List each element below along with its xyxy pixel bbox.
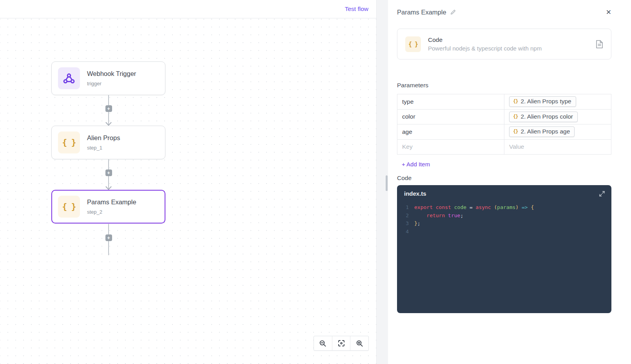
table-row: age {} 2. Alien Props age <box>397 124 611 140</box>
node-subtitle: step_2 <box>87 209 136 215</box>
add-step-button[interactable]: + <box>105 105 112 112</box>
value-input[interactable] <box>509 143 606 150</box>
canvas-zoom-toolbar <box>314 336 369 351</box>
code-line: return true; <box>414 212 611 220</box>
node-subtitle: step_1 <box>87 145 120 151</box>
block-subtitle: Powerful nodejs & typescript code with n… <box>428 45 542 52</box>
param-value-cell <box>504 140 611 155</box>
block-title: Code <box>428 36 542 43</box>
node-subtitle: trigger <box>87 81 136 86</box>
editor-body[interactable]: 1234 export const code = async (params) … <box>397 204 611 236</box>
braces-icon: { } <box>58 132 80 153</box>
canvas-topbar: Test flow <box>0 0 376 18</box>
token-label: 2. Alien Props age <box>520 128 570 135</box>
code-line: }; <box>414 220 611 228</box>
app-root: Test flow Webhook Trigger t <box>0 0 631 364</box>
resize-handle-icon[interactable] <box>386 175 388 191</box>
step-settings-panel: Params Example ✕ { } Code Powerful nodej… <box>388 0 631 364</box>
zoom-in-icon <box>355 339 364 348</box>
braces-icon: { } <box>405 36 421 52</box>
add-step-button[interactable]: + <box>105 234 112 241</box>
close-panel-button[interactable]: ✕ <box>606 8 611 16</box>
zoom-out-button[interactable] <box>314 336 332 350</box>
block-text: Code Powerful nodejs & typescript code w… <box>428 36 542 52</box>
table-row: color {} 2. Alien Props color <box>397 110 611 125</box>
block-info-card: { } Code Powerful nodejs & typescript co… <box>397 29 611 59</box>
param-value: {} 2. Alien Props color <box>504 110 611 124</box>
key-input[interactable] <box>402 143 499 150</box>
expand-icon <box>599 191 605 197</box>
webhook-icon <box>58 67 80 89</box>
node-title: Webhook Trigger <box>87 70 136 77</box>
panel-title: Params Example <box>397 9 446 16</box>
add-step-button[interactable]: + <box>105 169 112 176</box>
editor-code[interactable]: export const code = async (params) => { … <box>414 204 611 236</box>
flow-canvas-area: Test flow Webhook Trigger t <box>0 0 376 364</box>
zoom-out-icon <box>319 339 327 348</box>
data-token-chip[interactable]: {} 2. Alien Props type <box>509 96 576 107</box>
expand-editor-button[interactable] <box>599 191 605 197</box>
braces-icon: { } <box>58 196 80 218</box>
panel-header: Params Example ✕ <box>397 0 611 24</box>
node-alien-props[interactable]: { } Alien Props step_1 <box>51 126 165 159</box>
node-text: Alien Props step_1 <box>87 134 120 151</box>
node-text: Webhook Trigger trigger <box>87 70 136 86</box>
node-params-example[interactable]: { } Params Example step_2 <box>51 190 165 223</box>
param-key[interactable]: color <box>397 110 504 124</box>
code-line: export const code = async (params) => { <box>414 204 611 212</box>
editor-gutter: 1234 <box>397 204 414 236</box>
table-row: type {} 2. Alien Props type <box>397 94 611 110</box>
param-key[interactable]: type <box>397 94 504 109</box>
braces-glyph: { } <box>62 138 76 147</box>
token-label: 2. Alien Props color <box>520 113 573 120</box>
token-label: 2. Alien Props type <box>520 98 571 105</box>
parameters-heading: Parameters <box>397 82 611 89</box>
line-number: 4 <box>397 228 409 236</box>
edge-connector: + <box>105 95 112 126</box>
braces-glyph: { } <box>62 202 76 211</box>
test-flow-button[interactable]: Test flow <box>345 5 368 13</box>
param-key-cell <box>397 140 504 155</box>
code-heading: Code <box>397 175 611 182</box>
node-title: Alien Props <box>87 134 120 142</box>
edge-connector: + <box>105 224 112 255</box>
braces-icon: {} <box>513 99 518 104</box>
edit-name-pencil-icon[interactable] <box>450 9 456 15</box>
editor-header: index.ts <box>397 185 611 197</box>
node-text: Params Example step_2 <box>87 198 136 215</box>
panel-resizer[interactable] <box>376 0 388 364</box>
braces-icon: {} <box>513 129 518 134</box>
node-title: Params Example <box>87 198 136 206</box>
braces-icon: {} <box>513 114 518 119</box>
filename-label: index.ts <box>404 190 426 197</box>
code-editor: index.ts 1234 export const code = async … <box>397 185 611 313</box>
flow-canvas[interactable]: Webhook Trigger trigger + { } Alien Prop… <box>0 18 376 364</box>
code-line <box>414 228 611 236</box>
edge-connector: + <box>105 159 112 190</box>
table-row-empty <box>397 140 611 155</box>
node-webhook-trigger[interactable]: Webhook Trigger trigger <box>51 61 165 95</box>
line-number: 1 <box>397 204 409 212</box>
data-token-chip[interactable]: {} 2. Alien Props age <box>509 126 575 137</box>
param-value: {} 2. Alien Props age <box>504 124 611 139</box>
parameters-table: type {} 2. Alien Props type color {} 2. … <box>397 94 611 155</box>
line-number: 3 <box>397 220 409 228</box>
param-key[interactable]: age <box>397 124 504 139</box>
fit-view-button[interactable] <box>332 336 350 350</box>
add-item-button[interactable]: + Add Item <box>397 161 430 168</box>
data-token-chip[interactable]: {} 2. Alien Props color <box>509 112 578 122</box>
fit-view-icon <box>337 339 345 347</box>
param-value: {} 2. Alien Props type <box>504 94 611 109</box>
docs-icon[interactable] <box>596 40 603 49</box>
braces-glyph: { } <box>408 41 418 48</box>
line-number: 2 <box>397 212 409 220</box>
zoom-in-button[interactable] <box>350 336 368 350</box>
